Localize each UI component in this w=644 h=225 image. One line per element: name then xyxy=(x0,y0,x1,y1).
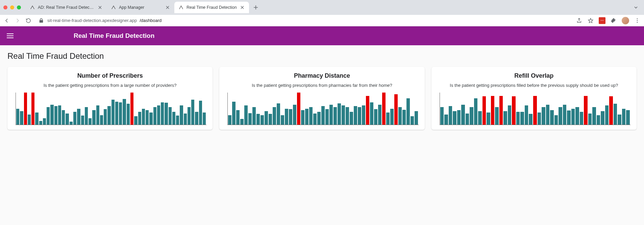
chart-bar xyxy=(161,102,164,125)
chart-bar xyxy=(169,107,172,125)
favicon-icon xyxy=(30,5,35,10)
chart-bar xyxy=(374,109,377,125)
chart-bar xyxy=(157,105,160,125)
chart-bar xyxy=(313,114,317,125)
chart-prescribers xyxy=(13,93,207,125)
window-maximize-icon[interactable] xyxy=(17,5,21,9)
extensions-icon[interactable] xyxy=(610,17,617,24)
close-icon[interactable] xyxy=(240,5,245,10)
chart-bar xyxy=(47,107,50,125)
chart-bar xyxy=(575,107,579,125)
star-icon[interactable] xyxy=(587,17,594,24)
chart-bar xyxy=(440,107,444,125)
chart-bar xyxy=(362,105,365,125)
chart-bar xyxy=(563,105,567,125)
chart-bar xyxy=(127,104,130,125)
chart-bar xyxy=(394,94,398,125)
browser-chrome: AD: Real Time Fraud Detection App Manage… xyxy=(0,0,644,26)
chart-bar xyxy=(411,116,414,125)
card-subtitle: Is the patient getting prescriptions fil… xyxy=(450,83,618,88)
window-close-icon[interactable] xyxy=(3,5,7,9)
chart-bar xyxy=(62,110,65,125)
chart-bar xyxy=(588,114,592,125)
app-title: Real Time Fraud Detection xyxy=(74,32,154,40)
chart-bar xyxy=(85,107,88,125)
chart-bar xyxy=(188,107,191,125)
chart-bar xyxy=(123,99,126,125)
chart-bar xyxy=(457,110,461,125)
chart-bar xyxy=(112,100,115,125)
close-icon[interactable] xyxy=(165,5,170,10)
chart-bar xyxy=(149,112,152,125)
chart-bar xyxy=(354,106,357,125)
chart-bar xyxy=(546,105,550,125)
chart-bar xyxy=(301,110,304,125)
card-pharmacy-distance[interactable]: Pharmacy Distance Is the patient getting… xyxy=(219,67,424,130)
chart-bar xyxy=(503,111,507,125)
chart-bar xyxy=(199,101,202,125)
new-tab-button[interactable] xyxy=(251,3,261,12)
reload-button[interactable] xyxy=(25,17,32,24)
chart-bar xyxy=(119,102,122,125)
share-icon[interactable] xyxy=(576,17,583,24)
browser-tab-2[interactable]: Real Time Fraud Detection xyxy=(174,2,249,13)
page-title: Real Time Fraud Detection xyxy=(7,51,637,61)
chevron-down-icon[interactable] xyxy=(632,3,640,11)
tab-title: AD: Real Time Fraud Detection xyxy=(38,5,95,10)
chart-bar xyxy=(35,112,38,125)
chart-bar xyxy=(584,96,588,125)
chart-bar xyxy=(525,105,528,125)
chart-bar xyxy=(240,119,244,125)
chart-bar xyxy=(16,109,19,125)
chart-bar xyxy=(289,109,292,125)
chart-bar xyxy=(495,107,499,125)
window-minimize-icon[interactable] xyxy=(10,5,14,9)
chart-bar xyxy=(269,114,272,125)
chart-bar xyxy=(277,103,280,125)
chart-bar xyxy=(487,112,490,125)
chart-bar xyxy=(325,109,329,125)
chart-bar xyxy=(550,110,554,125)
chart-bar xyxy=(597,115,600,125)
hamburger-menu-icon[interactable] xyxy=(7,32,15,40)
chart-bar xyxy=(50,105,53,125)
chart-bar xyxy=(309,107,313,125)
card-refill-overlap[interactable]: Refill Overlap Is the patient getting pr… xyxy=(431,67,637,130)
back-button[interactable] xyxy=(3,17,10,24)
close-icon[interactable] xyxy=(97,5,103,10)
chart-bar xyxy=(415,111,418,125)
chart-bar xyxy=(146,110,149,125)
card-title: Pharmacy Distance xyxy=(294,72,350,79)
chart-bar xyxy=(321,106,325,125)
window-controls[interactable] xyxy=(3,5,21,9)
chart-bar xyxy=(618,115,621,125)
chart-bar xyxy=(70,122,73,125)
browser-tab-1[interactable]: App Manager xyxy=(107,2,174,13)
card-prescribers[interactable]: Number of Prescribers Is the patient get… xyxy=(7,67,213,130)
chart-bar xyxy=(338,103,341,125)
forward-button[interactable] xyxy=(14,17,21,24)
chart-bar xyxy=(176,116,179,125)
address-bar[interactable]: sit-real-time-fraud-detection.apexdesign… xyxy=(36,17,572,24)
chart-bar xyxy=(142,109,145,125)
chart-bar xyxy=(184,114,187,125)
chart-bar xyxy=(54,106,57,125)
chart-bar xyxy=(107,106,110,125)
chart-bar xyxy=(100,115,103,125)
card-title: Refill Overlap xyxy=(514,72,553,79)
extension-icon[interactable]: ⋯ xyxy=(599,17,605,24)
browser-tab-0[interactable]: AD: Real Time Fraud Detection xyxy=(26,2,107,13)
toolbar-right: ⋯ xyxy=(576,17,641,24)
chart-bar xyxy=(180,105,183,125)
chart-bar xyxy=(622,109,626,125)
svg-point-0 xyxy=(637,18,638,19)
chart-bar xyxy=(529,114,532,125)
chart-bar xyxy=(58,105,61,125)
profile-avatar[interactable] xyxy=(622,17,629,24)
chart-bar xyxy=(28,115,31,125)
chart-bar xyxy=(614,104,617,125)
chart-bar xyxy=(601,111,604,125)
chart-bar xyxy=(273,107,276,125)
kebab-menu-icon[interactable] xyxy=(634,17,641,24)
chart-bar xyxy=(66,114,69,125)
